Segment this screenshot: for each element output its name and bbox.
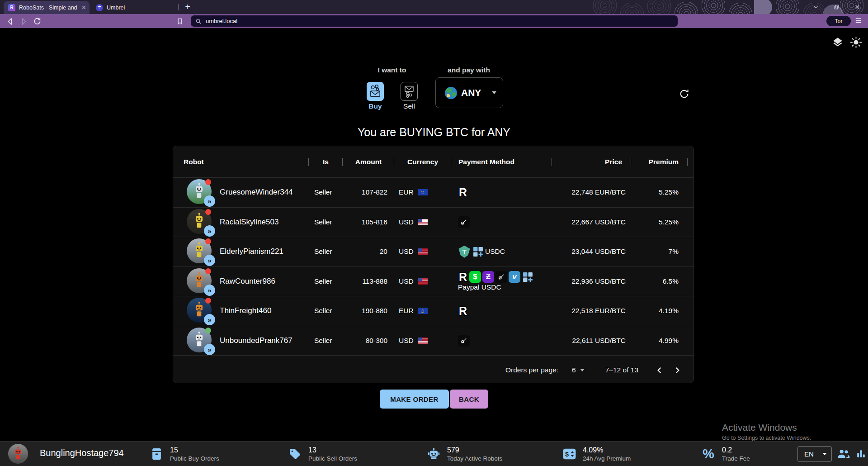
payment-method-cell: R — [451, 296, 552, 326]
chevron-down-icon — [822, 453, 827, 455]
payment-method-cell: R$ƵvPaypal USDC — [451, 267, 552, 296]
currency-cell: USD — [394, 208, 451, 237]
col-header-robot[interactable]: Robot — [173, 146, 309, 177]
stat-value: 15 — [170, 446, 219, 454]
statusbar-stat[interactable]: 13Public Sell Orders — [288, 442, 357, 466]
robot-avatar[interactable]: » — [187, 298, 212, 324]
col-header-premium[interactable]: Premium — [631, 146, 693, 177]
window-close-icon[interactable] — [853, 2, 862, 11]
globe-icon — [445, 87, 457, 99]
revolut-icon: R — [458, 186, 468, 198]
user-robot-name[interactable]: BunglingHostage794 — [40, 448, 124, 458]
reload-icon[interactable] — [32, 16, 42, 27]
currency-code: USD — [399, 247, 414, 256]
browser-toolbar: umbrel.local Tor — [0, 14, 868, 28]
user-robot-avatar[interactable] — [8, 444, 28, 464]
col-header-amount[interactable]: Amount — [343, 146, 394, 177]
chevron-down-icon — [492, 91, 496, 94]
statusbar-stat[interactable]: %0.2Trade Fee — [701, 442, 750, 466]
window-restore-icon[interactable] — [832, 2, 841, 11]
back-button[interactable]: BACK — [450, 390, 488, 409]
language-select[interactable]: EN — [797, 446, 832, 462]
robot-cell: »ThinFreight460 — [173, 296, 309, 326]
community-people-icon[interactable] — [837, 448, 850, 461]
window-minimize-icon[interactable] — [811, 2, 820, 11]
make-order-button[interactable]: MAKE ORDER — [380, 390, 449, 409]
new-tab-button[interactable]: + — [181, 0, 194, 13]
statusbar-stat[interactable]: $4.09%24h Avg Premium — [562, 442, 631, 466]
amount-cell: 190-880 — [343, 296, 394, 326]
order-row[interactable]: »RawCounter986Seller113-888USDR$ƵvPaypal… — [173, 267, 693, 297]
amount-cell: 107-822 — [343, 178, 394, 207]
is-cell: Seller — [309, 178, 343, 207]
currency-cell: USD — [394, 267, 451, 296]
sell-toggle-button[interactable] — [401, 82, 418, 101]
price-cell: 22,667 USD/BTC — [552, 208, 631, 237]
and-pay-with-label: and pay with — [435, 66, 503, 74]
url-bar[interactable]: umbrel.local — [191, 15, 678, 27]
robot-nickname: RawCounter986 — [220, 277, 275, 286]
statusbar-stat[interactable]: 15Public Buy Orders — [149, 442, 219, 466]
col-header-is[interactable]: Is — [309, 146, 343, 177]
back-icon[interactable] — [5, 16, 15, 27]
is-cell: Seller — [309, 208, 343, 237]
is-cell: Seller — [309, 267, 343, 296]
percent-icon: % — [701, 447, 716, 461]
previous-page-icon[interactable] — [650, 361, 668, 379]
stats-bar-chart-icon[interactable] — [855, 448, 867, 461]
order-row[interactable]: »UnboundedPrank767Seller80-300USD22,611 … — [173, 326, 693, 356]
statusbar-stat[interactable]: 579Today Active Robots — [426, 442, 502, 466]
robosats-favicon: R — [8, 4, 15, 11]
layers-icon[interactable] — [832, 36, 844, 50]
refresh-icon[interactable] — [677, 87, 691, 100]
bookmark-icon[interactable] — [175, 16, 185, 27]
orders-per-page-select[interactable]: 6 — [572, 366, 585, 374]
stat-text: 13Public Sell Orders — [308, 446, 357, 462]
robot-avatar[interactable]: » — [187, 328, 212, 354]
col-header-payment-method[interactable]: Payment Method — [451, 146, 552, 177]
orders-per-page-value: 6 — [572, 366, 576, 374]
tor-button[interactable]: Tor — [826, 16, 851, 26]
menu-icon[interactable] — [854, 17, 862, 26]
tab-umbrel[interactable]: ☂ Umbrel — [91, 1, 175, 14]
zelle-icon: Ƶ — [482, 271, 494, 283]
robot-nickname: ThinFreight460 — [220, 306, 271, 315]
price-cell: 22,936 USD/BTC — [552, 267, 631, 296]
col-header-currency[interactable]: Currency — [394, 146, 451, 177]
robot-avatar[interactable]: » — [187, 238, 212, 265]
forward-icon[interactable] — [18, 16, 29, 27]
order-row[interactable]: »ThinFreight460Seller190-880EURR22,518 E… — [173, 296, 693, 326]
orders-per-page-label: Orders per page: — [505, 366, 558, 374]
robot-cell: »RacialSkyline503 — [173, 208, 309, 237]
order-row[interactable]: »ElderlyPianism221Seller20USDTUSDC23,044… — [173, 237, 693, 267]
fiat-currency-select[interactable]: ANY — [435, 77, 503, 108]
sell-tag-icon — [288, 448, 302, 460]
premium-cell: 7% — [631, 237, 693, 266]
stat-text: 4.09%24h Avg Premium — [583, 446, 631, 462]
stat-value: 0.2 — [722, 446, 750, 454]
robot-nickname: GruesomeWinder344 — [220, 188, 293, 197]
robot-avatar[interactable]: » — [187, 179, 212, 205]
currency-code: USD — [399, 277, 414, 285]
search-icon — [195, 18, 202, 24]
col-header-price[interactable]: Price — [552, 146, 631, 177]
tab-close-icon[interactable] — [81, 5, 86, 10]
light-mode-icon[interactable] — [850, 36, 862, 50]
currency-code: EUR — [399, 188, 414, 196]
currency-code: USD — [399, 337, 414, 345]
double-chevron-badge: » — [204, 314, 215, 325]
status-dot — [205, 238, 211, 244]
stat-text: 579Today Active Robots — [447, 446, 502, 462]
buy-toggle-button[interactable] — [367, 82, 384, 101]
venmo-icon: v — [509, 271, 520, 283]
is-cell: Seller — [309, 326, 343, 356]
robot-avatar[interactable]: » — [187, 209, 212, 235]
next-page-icon[interactable] — [668, 361, 686, 379]
order-row[interactable]: »GruesomeWinder344Seller107-822EURR22,74… — [173, 178, 693, 208]
robot-avatar[interactable]: » — [187, 268, 212, 295]
tab-robosats[interactable]: R RoboSats - Simple and Private Bit — [4, 1, 90, 14]
currency-cell: USD — [394, 237, 451, 266]
stat-label: 24h Avg Premium — [583, 455, 631, 462]
order-row[interactable]: »RacialSkyline503Seller105-816USD22,667 … — [173, 208, 693, 238]
robot-nickname: RacialSkyline503 — [220, 218, 278, 227]
